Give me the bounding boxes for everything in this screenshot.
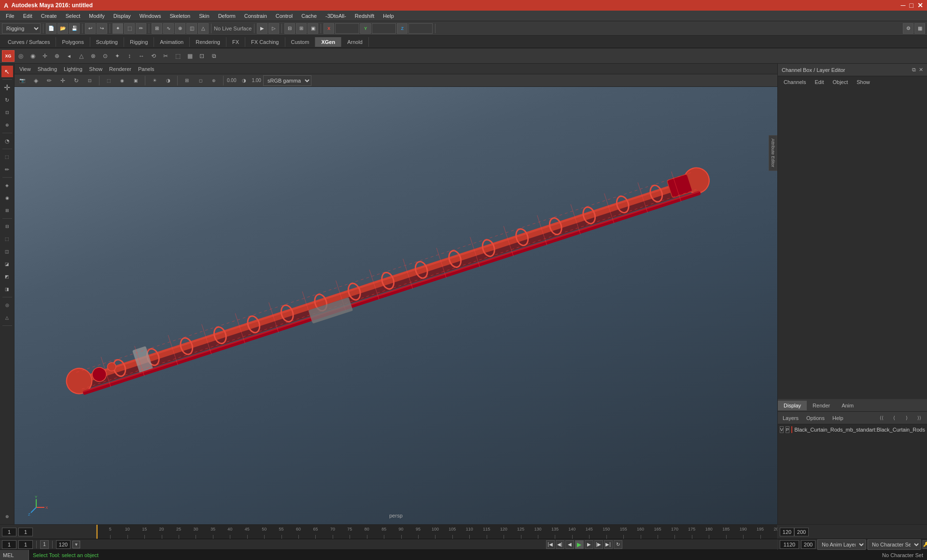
current-frame-display[interactable] [2, 540, 16, 549]
layer-end-btn[interactable]: ⟩⟩ [913, 412, 925, 424]
tab-curves-surfaces[interactable]: Curves / Surfaces [2, 37, 56, 47]
vm-view[interactable]: View [16, 65, 34, 73]
lasso-btn[interactable]: ⬚ [1, 151, 13, 163]
cluster-btn[interactable]: ◈ [1, 180, 13, 191]
settings-btn[interactable]: ⚙ [903, 23, 913, 34]
layers-menu[interactable]: Layers [780, 414, 801, 422]
anim-end-input[interactable] [780, 528, 794, 536]
obj-mode-btn[interactable]: ◫ [1, 246, 13, 257]
attr-editor-tab[interactable]: Attribute Editor [769, 135, 777, 171]
dtab-display[interactable]: Display [778, 401, 807, 410]
3d-viewport[interactable]: persp X Y Z [14, 87, 777, 524]
menu-file[interactable]: File [2, 12, 18, 20]
key-indicator[interactable]: 1 [40, 540, 49, 549]
layer-fwd-btn[interactable]: ⟩ [901, 412, 913, 424]
menu-constrain[interactable]: Constrain [240, 12, 271, 20]
wireframe-btn[interactable]: ⬚ [103, 75, 114, 86]
next-frame-btn[interactable]: ▶ [585, 540, 593, 549]
menu-windows[interactable]: Windows [136, 12, 165, 20]
xgen-icon15[interactable]: ⬚ [172, 50, 183, 62]
pb-right-end[interactable] [801, 540, 815, 549]
xgen-icon5[interactable]: ⊕ [51, 50, 63, 62]
y-input[interactable] [372, 23, 396, 34]
xgen-icon14[interactable]: ✂ [160, 50, 171, 62]
menu-edit[interactable]: Edit [19, 12, 36, 20]
playback-start[interactable] [18, 540, 33, 549]
save-btn[interactable]: 💾 [69, 23, 80, 34]
show-hide1[interactable]: ⊟ [284, 23, 295, 34]
dtab-anim[interactable]: Anim [836, 401, 859, 410]
universal-tool-btn[interactable]: ⊕ [1, 119, 13, 131]
menu-control[interactable]: Control [272, 12, 296, 20]
prev-key-btn[interactable]: ◀| [556, 540, 564, 549]
prev-frame-btn[interactable]: ◀ [565, 540, 574, 549]
layer-row[interactable]: V P Black_Curtain_Rods_mb_standart:Black… [778, 424, 927, 435]
close-panel-btn[interactable]: ✕ [919, 67, 923, 73]
vm-shading[interactable]: Shading [35, 65, 60, 73]
menu-select[interactable]: Select [62, 12, 84, 20]
layer-playback[interactable]: P [786, 426, 789, 433]
xgen-icon10[interactable]: ✦ [112, 50, 123, 62]
tab-sculpting[interactable]: Sculpting [90, 37, 124, 47]
crease-btn[interactable]: ◎ [1, 299, 13, 311]
vm-panels[interactable]: Panels [135, 65, 157, 73]
z-input[interactable] [408, 23, 433, 34]
snap-curve[interactable]: ∿ [163, 23, 174, 34]
move-vp-btn[interactable]: ✛ [57, 75, 69, 86]
redo-btn[interactable]: ↪ [97, 23, 107, 34]
tab-arnold[interactable]: Arnold [341, 37, 369, 47]
vert-mode-btn[interactable]: ◪ [1, 258, 13, 270]
snap-point[interactable]: ⊕ [175, 23, 185, 34]
xgen-icon1[interactable]: XG [2, 50, 14, 62]
shadow-btn[interactable]: ◑ [162, 75, 174, 86]
open-btn[interactable]: 📂 [57, 23, 68, 34]
window-controls[interactable]: ─ □ ✕ [901, 1, 923, 9]
help-menu[interactable]: Help [829, 414, 846, 422]
grid-btn[interactable]: ⊞ [181, 75, 193, 86]
vm-lighting[interactable]: Lighting [61, 65, 85, 73]
tab-polygons[interactable]: Polygons [56, 37, 90, 47]
snap-view-btn[interactable]: ⬚ [1, 233, 13, 245]
menu-skeleton[interactable]: Skeleton [166, 12, 194, 20]
undo-btn[interactable]: ↩ [85, 23, 96, 34]
pb-end-frame[interactable] [56, 540, 70, 549]
xgen-icon7[interactable]: △ [75, 50, 87, 62]
light-btn[interactable]: ☀ [149, 75, 160, 86]
gimbal-btn[interactable]: ⊕ [1, 511, 13, 522]
total-frames-input[interactable] [794, 528, 809, 536]
tab-rendering[interactable]: Rendering [190, 37, 226, 47]
menu-deform[interactable]: Deform [214, 12, 239, 20]
show-manip-btn[interactable]: ⊞ [1, 205, 13, 216]
layout-btn[interactable]: ▦ [914, 23, 925, 34]
show-hide2[interactable]: ⊞ [296, 23, 307, 34]
go-end-btn[interactable]: ▶| [604, 540, 613, 549]
go-start-btn[interactable]: |◀ [546, 540, 555, 549]
cb-tab-show[interactable]: Show [853, 78, 874, 86]
camera-btn[interactable]: 📷 [16, 75, 28, 86]
ipr-btn[interactable]: ▷ [268, 23, 279, 34]
xgen-icon3[interactable]: ◉ [27, 50, 39, 62]
start-frame-input[interactable] [18, 528, 33, 536]
menu-modify[interactable]: Modify [85, 12, 108, 20]
char-set-key-btn[interactable]: 🔑 [923, 540, 927, 549]
xgen-icon8[interactable]: ⊗ [87, 50, 99, 62]
xgen-icon13[interactable]: ⟲ [148, 50, 159, 62]
menu-display[interactable]: Display [110, 12, 135, 20]
xgen-icon9[interactable]: ⊙ [99, 50, 111, 62]
menu-skin[interactable]: Skin [195, 12, 213, 20]
char-set-select[interactable]: No Character Set [868, 539, 921, 550]
scale-tool-btn[interactable]: ⊡ [1, 107, 13, 118]
layer-visibility[interactable]: V [780, 426, 784, 433]
xray-btn[interactable]: ◻ [195, 75, 206, 86]
cb-tab-edit[interactable]: Edit [811, 78, 828, 86]
lasso-tool[interactable]: ⬚ [124, 23, 135, 34]
next-key-btn[interactable]: |▶ [594, 540, 603, 549]
cb-tab-object[interactable]: Object [829, 78, 852, 86]
manip-y[interactable]: Y [360, 23, 371, 34]
tab-custom[interactable]: Custom [285, 37, 316, 47]
rotate-tool-btn[interactable]: ↻ [1, 94, 13, 106]
paint-tool[interactable]: ✏ [136, 23, 146, 34]
vm-renderer[interactable]: Renderer [106, 65, 134, 73]
xgen-icon18[interactable]: ⧉ [208, 50, 220, 62]
menu-help[interactable]: Help [379, 12, 398, 20]
